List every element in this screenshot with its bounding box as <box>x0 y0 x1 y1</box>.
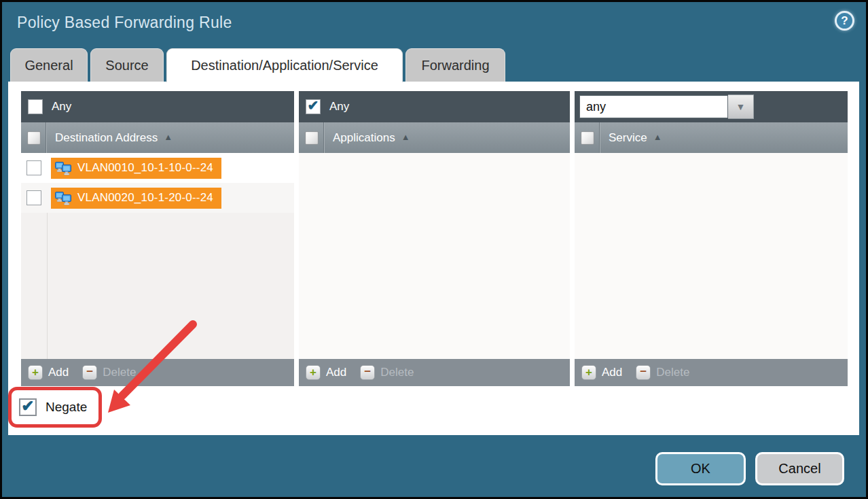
applications-column-header[interactable]: Applications ▲ <box>299 122 570 153</box>
delete-button[interactable]: Delete <box>656 366 689 379</box>
applications-list <box>299 153 570 359</box>
add-button[interactable]: Add <box>48 366 69 379</box>
destination-address-column-header[interactable]: Destination Address ▲ <box>21 122 294 153</box>
check-icon: ✔ <box>21 398 34 414</box>
chevron-down-icon[interactable]: ▼ <box>728 94 754 119</box>
applications-panel: ✔ Any Applications ▲ + Add − Delete <box>299 91 570 386</box>
header-divider <box>324 122 325 153</box>
applications-header-label: Applications <box>333 131 395 145</box>
destination-any-row: Any <box>21 91 294 122</box>
help-icon[interactable]: ? <box>835 11 854 31</box>
service-list <box>575 153 848 359</box>
delete-icon[interactable]: − <box>82 365 97 380</box>
destination-address-panel: Any Destination Address ▲ <box>21 91 294 386</box>
service-dropdown[interactable]: any ▼ <box>579 94 754 119</box>
tab-destination-application-service[interactable]: Destination/Application/Service <box>166 48 403 82</box>
tab-source[interactable]: Source <box>90 48 164 82</box>
delete-icon[interactable]: − <box>360 365 375 380</box>
negate-highlight-annotation: ✔ Negate <box>8 387 102 428</box>
sort-ascending-icon[interactable]: ▲ <box>653 132 662 142</box>
destination-any-label: Any <box>52 100 71 114</box>
service-column-header[interactable]: Service ▲ <box>575 122 848 153</box>
delete-icon[interactable]: − <box>636 365 651 380</box>
row-checkbox[interactable] <box>26 160 41 175</box>
policy-based-forwarding-rule-dialog: Policy Based Forwarding Rule ? General S… <box>0 0 868 499</box>
delete-button[interactable]: Delete <box>380 366 414 379</box>
network-icon <box>54 160 73 176</box>
add-icon[interactable]: + <box>581 365 596 380</box>
service-dropdown-value[interactable]: any <box>579 95 728 118</box>
add-button[interactable]: Add <box>602 366 622 379</box>
ok-button[interactable]: OK <box>655 452 746 485</box>
tab-general[interactable]: General <box>10 48 88 82</box>
applications-any-row: ✔ Any <box>299 91 570 122</box>
applications-select-all-checkbox[interactable] <box>305 131 319 145</box>
add-icon[interactable]: + <box>28 365 43 380</box>
service-footer-bar: + Add − Delete <box>575 359 848 386</box>
tab-content-panel: Any Destination Address ▲ <box>8 82 859 435</box>
negate-label: Negate <box>46 400 87 415</box>
service-header-label: Service <box>609 131 647 145</box>
add-button[interactable]: Add <box>326 366 346 379</box>
destination-footer-bar: + Add − Delete <box>21 359 294 386</box>
tab-forwarding[interactable]: Forwarding <box>405 48 505 82</box>
network-icon <box>54 190 73 206</box>
tab-bar: General Source Destination/Application/S… <box>10 48 505 82</box>
address-object-label: VLAN0010_10-1-10-0--24 <box>77 161 213 175</box>
negate-checkbox[interactable]: ✔ <box>19 398 37 416</box>
address-object-label: VLAN0020_10-1-20-0--24 <box>77 191 213 205</box>
delete-button[interactable]: Delete <box>103 366 136 379</box>
dialog-title: Policy Based Forwarding Rule <box>17 14 232 32</box>
table-row[interactable]: VLAN0020_10-1-20-0--24 <box>21 183 294 213</box>
applications-any-label: Any <box>329 100 349 114</box>
address-object-chip[interactable]: VLAN0010_10-1-10-0--24 <box>51 158 221 179</box>
address-object-chip[interactable]: VLAN0020_10-1-20-0--24 <box>51 188 221 209</box>
service-panel: any ▼ Service ▲ + Add − Delete <box>575 91 848 386</box>
cancel-button[interactable]: Cancel <box>755 452 844 485</box>
header-divider <box>46 122 47 153</box>
destination-select-all-checkbox[interactable] <box>27 131 41 145</box>
sort-ascending-icon[interactable]: ▲ <box>164 132 173 142</box>
check-icon: ✔ <box>308 99 319 112</box>
add-icon[interactable]: + <box>306 365 321 380</box>
header-divider <box>600 122 600 153</box>
table-row[interactable]: VLAN0010_10-1-10-0--24 <box>21 153 294 183</box>
destination-any-checkbox[interactable] <box>28 99 43 114</box>
destination-address-header-label: Destination Address <box>55 131 158 145</box>
service-select-all-checkbox[interactable] <box>581 131 594 145</box>
service-dropdown-row: any ▼ <box>575 91 848 122</box>
applications-any-checkbox[interactable]: ✔ <box>306 99 321 114</box>
applications-footer-bar: + Add − Delete <box>299 359 570 386</box>
sort-ascending-icon[interactable]: ▲ <box>401 132 410 142</box>
row-checkbox[interactable] <box>26 190 41 205</box>
destination-address-list: VLAN0010_10-1-10-0--24 <box>21 153 294 359</box>
